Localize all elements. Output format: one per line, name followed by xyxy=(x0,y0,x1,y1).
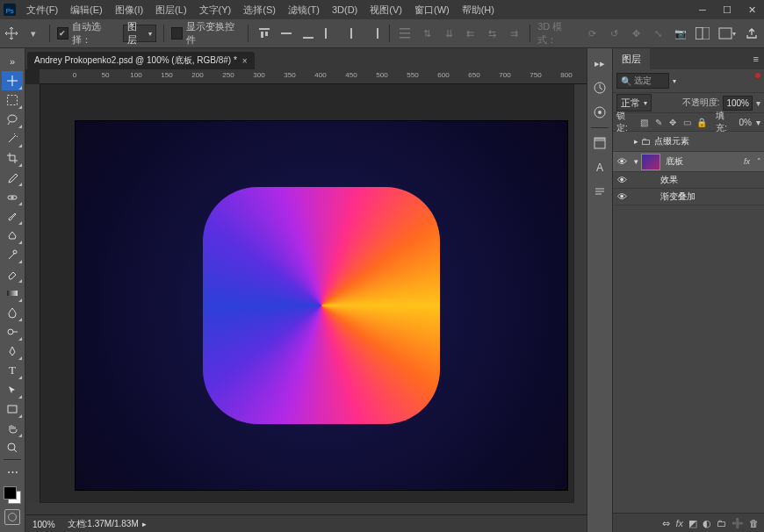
distribute-bottom-button[interactable]: ⇊ xyxy=(441,25,458,42)
menu-layer[interactable]: 图层(L) xyxy=(150,0,191,19)
foreground-color-swatch[interactable] xyxy=(4,486,17,500)
align-right-button[interactable] xyxy=(365,25,382,42)
effects-disclosure-icon[interactable]: ˄ xyxy=(753,157,764,166)
link-layers-button[interactable]: ⇔ xyxy=(662,518,670,529)
hand-tool[interactable] xyxy=(2,419,23,438)
align-top-button[interactable] xyxy=(256,25,272,42)
lock-pixels-icon[interactable]: ✎ xyxy=(654,117,664,127)
zoom-level[interactable]: 100% xyxy=(32,520,55,529)
visibility-toggle-icon[interactable]: 👁 xyxy=(613,175,631,185)
disclosure-triangle-icon[interactable]: ▸ xyxy=(631,137,641,146)
clone-stamp-tool[interactable] xyxy=(2,226,23,245)
filter-toggle-icon[interactable] xyxy=(755,73,760,78)
layer-effects-row[interactable]: 👁 效果 xyxy=(613,172,764,189)
layer-effect-item[interactable]: 👁 渐变叠加 xyxy=(613,189,764,205)
screen-mode-button[interactable]: ▾ xyxy=(718,25,736,42)
collapse-tools-button[interactable]: » xyxy=(2,52,23,71)
distribute-left-button[interactable]: ⇇ xyxy=(462,25,479,42)
dodge-tool[interactable] xyxy=(2,322,23,341)
show-transform-controls-checkbox[interactable]: 显示变换控件 xyxy=(171,20,241,47)
rectangle-tool[interactable] xyxy=(2,399,23,419)
window-maximize-button[interactable]: ☐ xyxy=(715,0,739,19)
align-left-button[interactable] xyxy=(321,25,338,42)
menu-view[interactable]: 视图(V) xyxy=(364,0,407,19)
move-tool[interactable] xyxy=(2,71,23,90)
adjustment-layer-button[interactable]: ◐ xyxy=(703,518,711,529)
menu-file[interactable]: 文件(F) xyxy=(21,0,63,19)
3d-slide-button[interactable]: ⤡ xyxy=(650,25,667,42)
lasso-tool[interactable] xyxy=(2,110,23,129)
brush-tool[interactable] xyxy=(2,206,23,226)
align-vcenter-button[interactable] xyxy=(277,25,294,42)
menu-type[interactable]: 文字(Y) xyxy=(194,0,237,19)
character-panel-icon[interactable]: A xyxy=(590,158,609,177)
3d-orbit-button[interactable]: ⟳ xyxy=(585,25,602,42)
lock-transparency-icon[interactable]: ▧ xyxy=(639,117,649,127)
current-tool-icon[interactable] xyxy=(4,25,20,42)
arrange-documents-button[interactable] xyxy=(694,25,711,42)
new-group-button[interactable]: 🗀 xyxy=(717,518,726,528)
gradient-tool[interactable] xyxy=(2,284,23,303)
layer-row[interactable]: 👁 ▾ 底板 fx ˄ xyxy=(613,152,764,172)
menu-help[interactable]: 帮助(H) xyxy=(457,0,500,19)
distribute-top-button[interactable] xyxy=(397,25,414,42)
layers-tab[interactable]: 图层 xyxy=(613,48,650,69)
horizontal-scrollbar[interactable] xyxy=(40,502,574,514)
path-selection-tool[interactable] xyxy=(2,380,23,399)
quick-mask-button[interactable] xyxy=(4,509,20,525)
crop-tool[interactable] xyxy=(2,148,23,168)
layers-empty-area[interactable] xyxy=(613,205,764,513)
align-hcenter-button[interactable] xyxy=(343,25,360,42)
layer-name[interactable]: 点缀元素 xyxy=(654,135,764,147)
properties-panel-icon[interactable] xyxy=(590,133,609,153)
eraser-tool[interactable] xyxy=(2,264,23,284)
document-tab[interactable]: Andrey Prokopenko2.psd @ 100% (底板, RGB/8… xyxy=(27,52,255,69)
fill-input[interactable]: 0% xyxy=(739,118,752,127)
canvas-stage[interactable] xyxy=(40,84,573,502)
new-layer-button[interactable]: ➕ xyxy=(732,518,744,529)
auto-select-target-dropdown[interactable]: 图层▾ xyxy=(123,25,156,42)
ruler-vertical[interactable] xyxy=(25,84,40,502)
history-panel-icon[interactable] xyxy=(590,78,609,97)
chevron-down-icon[interactable]: ▾ xyxy=(756,118,760,127)
menu-window[interactable]: 窗口(W) xyxy=(409,0,455,19)
close-tab-icon[interactable]: × xyxy=(242,56,248,66)
blur-tool[interactable] xyxy=(2,303,23,322)
status-doc-info[interactable]: 文档:1.37M/1.83M▸ xyxy=(68,518,147,530)
distribute-right-button[interactable]: ⇉ xyxy=(506,25,523,42)
distribute-v-button[interactable]: ⇅ xyxy=(419,25,436,42)
share-button[interactable] xyxy=(743,25,760,42)
distribute-h-button[interactable]: ⇆ xyxy=(484,25,501,42)
window-minimize-button[interactable]: ─ xyxy=(690,0,715,19)
magic-wand-tool[interactable] xyxy=(2,129,23,148)
color-panel-icon[interactable] xyxy=(590,103,609,122)
expand-panels-button[interactable]: ▸▸ xyxy=(590,54,609,73)
color-swatches[interactable] xyxy=(4,486,21,504)
panel-menu-button[interactable]: ≡ xyxy=(748,54,764,64)
visibility-toggle-icon[interactable]: 👁 xyxy=(613,156,631,167)
disclosure-triangle-icon[interactable]: ▾ xyxy=(631,157,641,166)
blend-mode-dropdown[interactable]: 正常▾ xyxy=(616,94,652,111)
healing-brush-tool[interactable] xyxy=(2,187,23,206)
edit-toolbar-button[interactable]: ⋯ xyxy=(2,462,23,481)
opacity-input[interactable]: 100% xyxy=(723,96,753,111)
lock-artboard-icon[interactable]: ▭ xyxy=(682,117,692,127)
ruler-horizontal[interactable]: 0 50 100 150 200 250 300 350 400 450 500… xyxy=(40,69,587,84)
delete-layer-button[interactable]: 🗑 xyxy=(749,518,759,528)
menu-edit[interactable]: 编辑(E) xyxy=(65,0,108,19)
history-brush-tool[interactable] xyxy=(2,245,23,264)
auto-select-checkbox[interactable]: ✔ 自动选择： xyxy=(57,20,118,47)
menu-image[interactable]: 图像(I) xyxy=(110,0,148,19)
layer-group-row[interactable]: ▸ 🗀 点缀元素 xyxy=(613,132,764,152)
layer-filter-dropdown[interactable]: 🔍 选定 xyxy=(616,73,669,89)
document-canvas[interactable] xyxy=(76,121,567,490)
pen-tool[interactable] xyxy=(2,341,23,361)
menu-3d[interactable]: 3D(D) xyxy=(327,0,363,19)
paragraph-panel-icon[interactable] xyxy=(590,183,609,202)
zoom-tool[interactable] xyxy=(2,438,23,457)
vertical-scrollbar[interactable] xyxy=(573,84,587,502)
layer-style-button[interactable]: fx xyxy=(675,518,683,528)
align-bottom-button[interactable] xyxy=(299,25,316,42)
lock-position-icon[interactable]: ✥ xyxy=(668,117,678,127)
tool-preset-dropdown[interactable]: ▾ xyxy=(25,25,42,42)
